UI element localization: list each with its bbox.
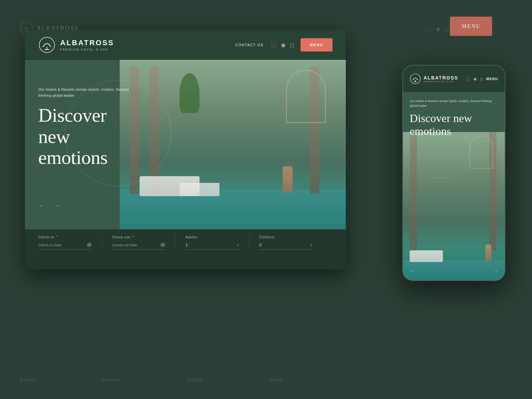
- checkout-calendar-icon: 📅: [160, 242, 165, 247]
- checkin-label: Check-in: *: [38, 235, 92, 239]
- mobile-logo-subtitle: PREMIUM HOTEL & SPA: [424, 80, 458, 82]
- mobile-logo-icon: [410, 73, 421, 84]
- desktop-header: ALBATROSS PREMIUM HOTEL & SPA CONTACT US…: [25, 30, 346, 60]
- children-label: Children:: [259, 235, 313, 239]
- bg-ghost-social: ⬛ ◉ ◻: [425, 26, 449, 32]
- adults-field: Adults: 1 ∨: [186, 235, 249, 250]
- mobile-hero: Our Hotels & Resorts remain stylish, mod…: [403, 92, 505, 280]
- menu-button[interactable]: MENU: [301, 38, 332, 52]
- mobile-next-arrow[interactable]: →: [493, 268, 498, 274]
- social-icons: ⬛ ◉ ◻: [270, 42, 294, 48]
- checkin-input-row[interactable]: Check-in Date 📅: [38, 242, 92, 250]
- children-field: Children: 0 ∨: [259, 235, 323, 250]
- mobile-carousel-arrows: ← →: [403, 268, 505, 274]
- desktop-mockup: ALBATROSS PREMIUM HOTEL & SPA CONTACT US…: [25, 30, 346, 269]
- scene-figure: [283, 166, 293, 193]
- prev-arrow[interactable]: ←: [38, 202, 44, 209]
- adults-select-wrapper[interactable]: 1 ∨: [186, 242, 239, 250]
- bg-tripadvisor-icon: ◉: [436, 26, 441, 32]
- tripadvisor-icon[interactable]: ◉: [281, 42, 286, 48]
- adults-chevron-icon: ∨: [237, 243, 239, 247]
- hero-headline: Discover new emotions: [38, 105, 138, 168]
- mobile-nav: ⬛ ◉ ◻ MENU: [466, 77, 498, 81]
- mobile-logo-texts: ALBATROSS PREMIUM HOTEL & SPA: [424, 75, 458, 82]
- mobile-header: ALBATROSS PREMIUM HOTEL & SPA ⬛ ◉ ◻ MENU: [403, 66, 505, 92]
- desktop-hero-text: Our Hotels & Resorts remain stylish, mod…: [25, 76, 151, 178]
- checkout-input-row[interactable]: Check-out Date 📅: [112, 242, 166, 250]
- bg-instagram-icon: ◻: [445, 26, 449, 32]
- scene-cushion: [180, 183, 219, 196]
- mobile-instagram-icon[interactable]: ◻: [480, 77, 483, 81]
- booking-bar: Check-in: * Check-in Date 📅 Check-out: *…: [25, 229, 346, 269]
- adults-label: Adults:: [186, 235, 239, 239]
- mobile-hero-content: Our Hotels & Resorts remain stylish, mod…: [403, 92, 505, 144]
- children-select-wrapper[interactable]: 0 ∨: [259, 242, 313, 250]
- instagram-icon[interactable]: ◻: [290, 42, 294, 48]
- contact-us-link[interactable]: CONTACT US: [235, 43, 264, 47]
- logo-icon: [38, 36, 56, 54]
- checkout-field: Check-out: * Check-out Date 📅: [112, 235, 176, 250]
- desktop-hero: Our Hotels & Resorts remain stylish, mod…: [25, 60, 346, 229]
- checkout-placeholder: Check-out Date: [112, 243, 161, 247]
- bg-foursquare-icon: ⬛: [425, 26, 432, 32]
- checkout-label: Check-out: *: [112, 235, 166, 239]
- foursquare-icon[interactable]: ⬛: [270, 42, 277, 48]
- logo-title: ALBATROSS: [60, 39, 114, 47]
- next-arrow[interactable]: →: [54, 202, 60, 209]
- mobile-hero-headline: Discover new emotions: [410, 112, 498, 138]
- logo-subtitle: PREMIUM HOTEL & SPA: [60, 48, 114, 51]
- logo-text-group: ALBATROSS PREMIUM HOTEL & SPA: [60, 39, 114, 51]
- mobile-logo: ALBATROSS PREMIUM HOTEL & SPA: [410, 73, 458, 84]
- checkin-field: Check-in: * Check-in Date 📅: [38, 235, 102, 250]
- adults-value: 1: [186, 242, 237, 247]
- children-chevron-icon: ∨: [310, 243, 313, 247]
- mobile-scene-figure: [485, 244, 491, 261]
- carousel-arrows: ← →: [38, 202, 60, 209]
- scene-plant: [180, 73, 200, 113]
- children-value: 0: [259, 242, 311, 247]
- mobile-prev-arrow[interactable]: ←: [410, 268, 414, 274]
- bg-ghost-bottom: Rooms Services Gallery About: [20, 377, 282, 382]
- svg-point-6: [410, 74, 420, 84]
- checkin-calendar-icon: 📅: [87, 242, 92, 247]
- mobile-scene-bed: [410, 250, 443, 262]
- svg-point-3: [39, 37, 55, 53]
- hero-tagline: Our Hotels & Resorts remain stylish, mod…: [38, 86, 138, 99]
- mobile-menu-button[interactable]: MENU: [486, 77, 498, 81]
- scene-arch: [286, 70, 326, 123]
- desktop-nav: CONTACT US ⬛ ◉ ◻ MENU: [235, 38, 332, 52]
- bg-ghost-menu-button[interactable]: MENU: [450, 17, 492, 36]
- mobile-foursquare-icon[interactable]: ⬛: [466, 77, 470, 81]
- desktop-logo: ALBATROSS PREMIUM HOTEL & SPA: [38, 36, 114, 54]
- mobile-tripadvisor-icon[interactable]: ◉: [473, 77, 477, 81]
- checkin-placeholder: Check-in Date: [38, 243, 87, 247]
- mobile-mockup: ALBATROSS PREMIUM HOTEL & SPA ⬛ ◉ ◻ MENU…: [402, 65, 505, 281]
- mobile-logo-title: ALBATROSS: [424, 75, 458, 80]
- mobile-hero-tagline: Our Hotels & Resorts remain stylish, mod…: [410, 99, 498, 108]
